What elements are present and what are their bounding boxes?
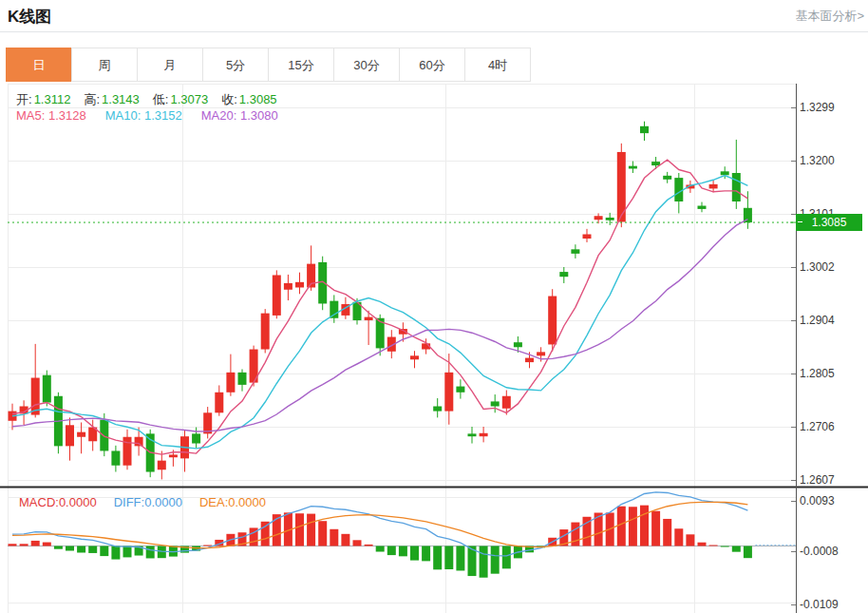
macd-bar bbox=[77, 546, 85, 553]
period-tabs: 日周月5分15分30分60分4时 bbox=[7, 48, 531, 82]
open-readout: 开:1.3112 bbox=[16, 91, 70, 108]
ma5-line bbox=[12, 160, 747, 454]
macd-bar bbox=[146, 546, 155, 559]
tab-60分[interactable]: 60分 bbox=[399, 48, 465, 82]
macd-bar bbox=[9, 544, 17, 546]
candle-body bbox=[502, 396, 511, 409]
candle-body bbox=[583, 234, 592, 239]
macd-bar bbox=[100, 546, 108, 557]
candle-body bbox=[330, 301, 338, 318]
macd-bar bbox=[502, 546, 511, 569]
macd-bar bbox=[330, 529, 338, 546]
macd-bar bbox=[123, 546, 132, 558]
high-readout: 高:1.3143 bbox=[84, 91, 139, 108]
candle-body bbox=[480, 433, 488, 436]
price-axis-label: 1.2805 bbox=[800, 367, 835, 380]
macd-bar bbox=[444, 546, 453, 569]
tab-日[interactable]: 日 bbox=[6, 48, 72, 82]
macd-axis-label: -0.0109 bbox=[800, 598, 839, 611]
price-axis-label: 1.2607 bbox=[800, 473, 835, 487]
macd-bar bbox=[456, 546, 464, 571]
candle-body bbox=[456, 387, 464, 393]
candle-body bbox=[698, 206, 707, 209]
candle-body bbox=[606, 218, 614, 220]
ma10-readout: MA10: 1.3152 bbox=[105, 108, 182, 123]
dea-value: DEA:0.0000 bbox=[199, 495, 266, 509]
macd-bar bbox=[376, 546, 385, 552]
candle-body bbox=[732, 173, 741, 201]
macd-axis-label: -0.0008 bbox=[800, 545, 839, 558]
candle-body bbox=[721, 171, 729, 175]
candle-body bbox=[594, 216, 603, 220]
macd-bar bbox=[43, 543, 51, 546]
macd-bar bbox=[744, 546, 752, 559]
candle-body bbox=[238, 373, 247, 385]
macd-axis-label: 0.0093 bbox=[800, 494, 835, 508]
macd-bar bbox=[341, 534, 349, 546]
ma-readout: MA5: 1.3128 MA10: 1.3152 MA20: 1.3080 bbox=[16, 108, 278, 123]
macd-bar bbox=[387, 546, 396, 556]
candle-body bbox=[444, 373, 453, 412]
axis-ticks bbox=[791, 108, 796, 605]
macd-bar bbox=[422, 546, 430, 562]
macd-bar bbox=[721, 546, 729, 547]
tab-4时[interactable]: 4时 bbox=[464, 48, 531, 82]
tab-周[interactable]: 周 bbox=[71, 48, 138, 82]
macd-bar bbox=[629, 507, 637, 546]
candle-body bbox=[525, 358, 534, 363]
price-axis-label: 1.3299 bbox=[800, 101, 835, 114]
candle-body bbox=[111, 450, 120, 465]
ma10-line bbox=[12, 176, 747, 449]
candle-body bbox=[651, 162, 660, 165]
macd-bar bbox=[686, 534, 694, 546]
price-axis-label: 1.2904 bbox=[800, 314, 835, 327]
candle-body bbox=[169, 454, 178, 457]
macd-bar bbox=[307, 514, 315, 546]
diff-value: DIFF:0.0000 bbox=[114, 495, 182, 509]
candle-body bbox=[491, 401, 500, 406]
macd-bar bbox=[353, 540, 362, 546]
macd-bar bbox=[617, 507, 626, 546]
candle-body bbox=[468, 433, 477, 436]
macd-bar bbox=[54, 546, 63, 549]
candle-body bbox=[158, 461, 166, 470]
close-readout: 收:1.3085 bbox=[221, 91, 276, 108]
macd-value: MACD:0.0000 bbox=[19, 495, 97, 509]
price-axis-label: 1.3002 bbox=[800, 260, 835, 274]
ohlc-readout: 开:1.3112 高:1.3143 低:1.3073 收:1.3085 bbox=[16, 91, 277, 108]
tab-15分[interactable]: 15分 bbox=[268, 48, 334, 82]
macd-bar bbox=[20, 544, 28, 546]
macd-bar bbox=[365, 545, 373, 546]
tab-月[interactable]: 月 bbox=[137, 48, 203, 82]
macd-bar bbox=[732, 546, 741, 552]
macd-bar bbox=[399, 546, 407, 557]
candle-body bbox=[295, 282, 304, 288]
tab-30分[interactable]: 30分 bbox=[333, 48, 400, 82]
macd-bar bbox=[410, 546, 419, 561]
macd-bar bbox=[709, 546, 718, 546]
macd-bar bbox=[571, 523, 579, 546]
ma20-readout: MA20: 1.3080 bbox=[201, 108, 278, 123]
candle-body bbox=[261, 314, 270, 350]
tab-5分[interactable]: 5分 bbox=[202, 48, 269, 82]
price-axis-label: 1.3200 bbox=[800, 154, 835, 167]
candle-body bbox=[514, 342, 522, 347]
macd-bar bbox=[318, 521, 327, 546]
macd-bar bbox=[491, 546, 500, 574]
current-price-badge: 1.3085 bbox=[796, 214, 862, 231]
candle-body bbox=[226, 373, 235, 393]
macd-bar bbox=[663, 519, 671, 546]
candle-body bbox=[284, 283, 292, 290]
macd-bar bbox=[651, 511, 660, 546]
macd-bar bbox=[111, 546, 120, 560]
candle-body bbox=[640, 126, 649, 133]
candle-body bbox=[273, 275, 281, 315]
candle-body bbox=[548, 297, 557, 345]
macd-bar bbox=[640, 506, 649, 546]
candle-body bbox=[135, 437, 143, 447]
macd-bar bbox=[31, 541, 40, 546]
ma5-readout: MA5: 1.3128 bbox=[16, 108, 86, 123]
macd-bar bbox=[698, 543, 707, 546]
macd-bar bbox=[158, 546, 166, 559]
macd-readout: MACD:0.0000 DIFF:0.0000 DEA:0.0000 bbox=[19, 495, 266, 509]
